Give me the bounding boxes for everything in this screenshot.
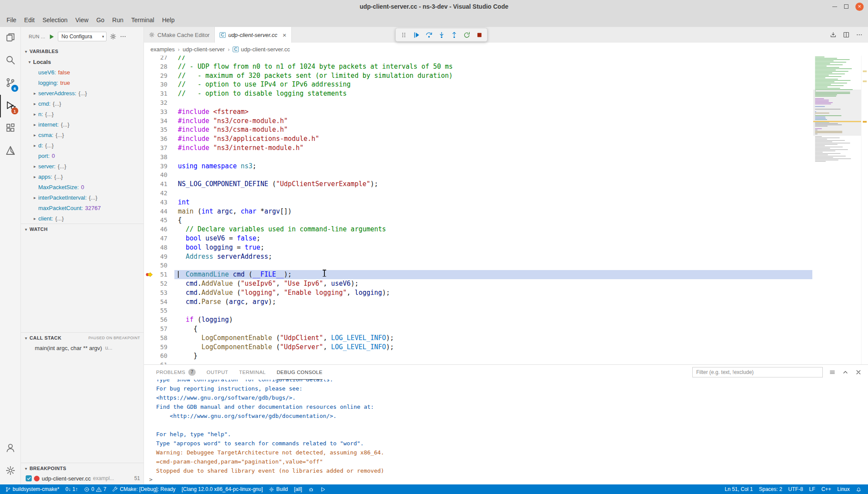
- code-line[interactable]: 58 LogComponentEnable ("UdpClient", LOG_…: [144, 334, 812, 343]
- code-line[interactable]: 44main (int argc, char *argv[]): [144, 207, 812, 216]
- gutter-glyph[interactable]: [144, 252, 155, 261]
- status-cursor-position[interactable]: Ln 51, Col 1: [722, 484, 756, 494]
- menu-view[interactable]: View: [71, 15, 92, 25]
- menu-file[interactable]: File: [3, 15, 20, 25]
- close-panel-icon[interactable]: [855, 369, 862, 376]
- debug-config-dropdown[interactable]: No Configura ▾: [58, 32, 107, 41]
- gutter-glyph[interactable]: [144, 279, 155, 288]
- status-cmake-kit[interactable]: [Clang 12.0.0 x86_64-pc-linux-gnu]: [179, 484, 266, 494]
- code-line[interactable]: 39using namespace ns3;: [144, 162, 812, 171]
- activity-run-and-debug[interactable]: 1: [0, 95, 20, 117]
- start-debugging-button[interactable]: [48, 33, 55, 40]
- debug-current-line-icon[interactable]: [144, 270, 155, 279]
- gutter-glyph[interactable]: [144, 334, 155, 343]
- activity-extensions[interactable]: [0, 117, 20, 140]
- status-notifications[interactable]: [853, 484, 865, 494]
- status-eol[interactable]: LF: [806, 484, 818, 494]
- gutter-glyph[interactable]: [144, 189, 155, 198]
- gutter-glyph[interactable]: [144, 351, 155, 360]
- gutter-glyph[interactable]: [144, 170, 155, 180]
- code-line[interactable]: 36#include "ns3/applications-module.h": [144, 134, 812, 144]
- code-line[interactable]: 52 cmd.AddValue ("useIpv6", "Use Ipv6", …: [144, 279, 812, 288]
- maximize-button[interactable]: [844, 4, 848, 9]
- code-line[interactable]: 40: [144, 170, 812, 180]
- code-line[interactable]: 29// - maximum of 320 packets sent (or l…: [144, 71, 812, 80]
- status-problems[interactable]: 07: [81, 484, 109, 494]
- panel-tab-output[interactable]: OUTPUT: [207, 365, 228, 380]
- minimap-slider[interactable]: [813, 90, 861, 136]
- menu-edit[interactable]: Edit: [20, 15, 39, 25]
- variable-row[interactable]: logging:true: [21, 77, 144, 88]
- gutter-glyph[interactable]: [144, 315, 155, 324]
- panel-tab-debug-console[interactable]: DEBUG CONSOLE: [277, 365, 323, 380]
- more-actions-icon[interactable]: [120, 33, 127, 40]
- code-line[interactable]: 45{: [144, 216, 812, 225]
- status-build-target[interactable]: [all]: [291, 484, 305, 494]
- variable-row[interactable]: ▸server:{...}: [21, 161, 144, 171]
- code-line[interactable]: 34#include "ns3/core-module.h": [144, 117, 812, 126]
- variable-row[interactable]: useV6:false: [21, 67, 144, 77]
- status-cmake-status[interactable]: CMake: [Debug]: Ready: [109, 484, 178, 494]
- code-line[interactable]: 57 {: [144, 324, 812, 334]
- gutter-glyph[interactable]: [144, 180, 155, 189]
- code-area[interactable]: 27//28// - UDP flow from n0 to n1 of 102…: [144, 56, 812, 364]
- code-line[interactable]: 28// - UDP flow from n0 to n1 of 1024 by…: [144, 62, 812, 71]
- gutter-glyph[interactable]: [144, 261, 155, 270]
- activity-source-control[interactable]: 6: [0, 72, 20, 95]
- gutter-glyph[interactable]: [144, 306, 155, 315]
- variable-row[interactable]: ▸serverAddress:{...}: [21, 88, 144, 98]
- continue-button-icon[interactable]: [411, 29, 422, 40]
- console-input[interactable]: >: [144, 474, 868, 484]
- activity-explorer[interactable]: [0, 27, 20, 50]
- gutter-glyph[interactable]: [144, 107, 155, 117]
- console-filter-input[interactable]: [692, 367, 823, 377]
- status-sync[interactable]: 0↓ 1↑: [62, 484, 81, 494]
- panel-tab-terminal[interactable]: TERMINAL: [239, 365, 266, 380]
- gutter-glyph[interactable]: [144, 243, 155, 252]
- activity-settings[interactable]: [0, 460, 20, 483]
- status-language-mode[interactable]: C++: [818, 484, 835, 494]
- variable-row[interactable]: ▸n:{...}: [21, 109, 144, 119]
- code-line[interactable]: 49 Address serverAddress;: [144, 252, 812, 261]
- gutter-glyph[interactable]: [144, 162, 155, 171]
- minimap[interactable]: [813, 56, 861, 364]
- panel-menu-icon[interactable]: [829, 369, 836, 376]
- variable-row[interactable]: ▸internet:{...}: [21, 119, 144, 130]
- watch-header[interactable]: ▾ WATCH: [21, 224, 144, 234]
- variable-row[interactable]: port:0: [21, 150, 144, 161]
- code-line[interactable]: 51 CommandLine cmd (__FILE__);: [144, 270, 812, 279]
- gutter-glyph[interactable]: [144, 144, 155, 153]
- code-line[interactable]: 30// - option to use IPv4 or IPv6 addres…: [144, 80, 812, 89]
- status-indentation[interactable]: Spaces: 2: [756, 484, 785, 494]
- stack-frame[interactable]: main(int argc, char ** argv) u...: [21, 343, 144, 353]
- gutter-glyph[interactable]: [144, 343, 155, 352]
- gutter-glyph[interactable]: [144, 234, 155, 243]
- gutter-glyph[interactable]: [144, 360, 155, 364]
- variable-row[interactable]: ▸csma:{...}: [21, 130, 144, 140]
- code-line[interactable]: 31// - option to disable logging stateme…: [144, 89, 812, 98]
- code-line[interactable]: 53 cmd.AddValue ("logging", "Enable logg…: [144, 288, 812, 297]
- code-line[interactable]: 32: [144, 98, 812, 107]
- breakpoint-checkbox[interactable]: [26, 475, 32, 481]
- status-debug-target-button[interactable]: [305, 484, 317, 494]
- close-icon[interactable]: ×: [283, 31, 287, 39]
- gutter-glyph[interactable]: [144, 324, 155, 334]
- breadcrumb-item[interactable]: examples: [150, 46, 175, 53]
- gutter-glyph[interactable]: [144, 56, 155, 62]
- breadcrumb-item[interactable]: udp-client-server: [183, 46, 225, 53]
- code-line[interactable]: 33#include <fstream>: [144, 107, 812, 117]
- code-line[interactable]: 43int: [144, 198, 812, 207]
- code-line[interactable]: 38: [144, 153, 812, 162]
- gutter-glyph[interactable]: [144, 80, 155, 89]
- drag-handle-icon[interactable]: [398, 29, 409, 40]
- variable-row[interactable]: maxPacketCount:32767: [21, 203, 144, 213]
- code-line[interactable]: 46 // Declare variables used in command-…: [144, 225, 812, 234]
- debug-settings-gear-icon[interactable]: [110, 33, 117, 40]
- variables-header[interactable]: ▾ VARIABLES: [21, 46, 144, 57]
- code-line[interactable]: 27//: [144, 56, 812, 62]
- gutter-glyph[interactable]: [144, 207, 155, 216]
- more-actions-icon[interactable]: [856, 31, 863, 38]
- code-line[interactable]: 54 cmd.Parse (argc, argv);: [144, 297, 812, 307]
- gutter-glyph[interactable]: [144, 288, 155, 297]
- code-line[interactable]: 61: [144, 360, 812, 364]
